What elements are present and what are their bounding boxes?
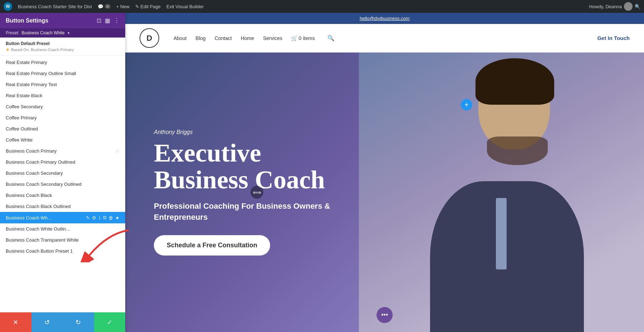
preset-item-name: Business Coach White Outlin... xyxy=(6,226,119,232)
hero-person-image xyxy=(359,53,644,332)
preset-item-name: Real Estate Black xyxy=(6,93,119,98)
preset-item-actions: ✎⚙⤵⧉🗑★ xyxy=(86,215,119,220)
preset-item-business-coach-black-outlined[interactable]: Business Coach Black Outlined xyxy=(0,201,125,212)
nav-home[interactable]: Home xyxy=(241,35,254,41)
settings-icon[interactable]: ⚙ xyxy=(92,215,96,220)
preset-item-name: Real Estate Primary Outline Small xyxy=(6,71,119,76)
left-panel: Button Settings ⊡ ▦ ⋮ Preset: Business C… xyxy=(0,13,125,332)
hero-title: Executive Business Coach xyxy=(154,140,351,194)
panel-header-icons: ⊡ ▦ ⋮ xyxy=(97,17,119,24)
presets-list[interactable]: Real Estate PrimaryReal Estate Primary O… xyxy=(0,55,125,312)
panel-title: Button Settings xyxy=(6,18,48,24)
default-preset-label: Button Default Preset xyxy=(6,41,119,46)
admin-bar: W Business Coach Starter Site for Divi 💬… xyxy=(0,0,644,13)
preset-item-business-coach-black[interactable]: Business Coach Black xyxy=(0,190,125,201)
hero-section: Anthony Briggs Executive Business Coach … xyxy=(125,53,644,332)
copy-icon[interactable]: ⧉ xyxy=(103,215,106,220)
site-logo: D xyxy=(140,28,159,48)
preset-item-business-coach-secondary[interactable]: Business Coach Secondary xyxy=(0,168,125,179)
get-in-touch-button[interactable]: Get In Touch xyxy=(597,35,630,41)
main-area: Button Settings ⊡ ▦ ⋮ Preset: Business C… xyxy=(0,13,644,332)
preset-item-business-coach-transparent-white[interactable]: Business Coach Transparent White xyxy=(0,234,125,246)
site-topbar: hello@divibusiness.com xyxy=(125,13,644,24)
exit-visual-builder-button[interactable]: Exit Visual Builder xyxy=(166,4,204,9)
preset-item-name: Business Coach Secondary xyxy=(6,170,119,176)
preset-item-name: Business Coach Black xyxy=(6,193,119,198)
preset-item-name: Business Coach Secondary Outlined xyxy=(6,182,119,187)
nav-about[interactable]: About xyxy=(174,35,187,41)
edit-icon[interactable]: ✎ xyxy=(86,215,90,220)
star-icon: ★ xyxy=(6,47,10,52)
preset-item-name: Business Coach Primary Outlined xyxy=(6,159,119,165)
howdy-label: Howdy, Deanna 🔍 xyxy=(589,2,640,11)
layout-icon[interactable]: ▦ xyxy=(105,17,110,24)
preset-item-business-coach-white-outlined[interactable]: Business Coach White Outlin... xyxy=(0,223,125,234)
hero-author: Anthony Briggs xyxy=(154,129,351,135)
site-search-icon[interactable]: 🔍 xyxy=(327,35,335,41)
preset-label: Preset: xyxy=(6,30,19,35)
preset-item-name: Coffee Primary xyxy=(6,115,119,120)
edit-page-button[interactable]: ✎ Edit Page xyxy=(135,4,161,9)
preset-item-name: Business Coach Primary xyxy=(6,148,115,154)
site-name[interactable]: Business Coach Starter Site for Divi xyxy=(18,4,92,9)
preset-item-business-coach-button-preset-1[interactable]: Business Coach Button Preset 1 xyxy=(0,246,125,257)
preset-item-name: Real Estate Primary xyxy=(6,60,119,65)
preset-item-real-estate-primary-outline-small[interactable]: Real Estate Primary Outline Small xyxy=(0,68,125,79)
delete-icon[interactable]: 🗑 xyxy=(108,215,113,220)
preset-item-real-estate-primary[interactable]: Real Estate Primary xyxy=(0,57,125,68)
comment-count[interactable]: 💬 0 xyxy=(98,4,111,9)
wp-logo-icon[interactable]: W xyxy=(4,2,12,11)
cancel-button[interactable]: ✕ xyxy=(0,312,31,332)
cart-link[interactable]: 🛒 0 items xyxy=(291,35,315,41)
preset-star-icon[interactable]: ☆ xyxy=(115,148,119,154)
preset-bar: Preset: Business Coach White ▼ xyxy=(0,28,125,38)
based-on-label: ★ Based On: Business Coach Primary xyxy=(6,47,119,52)
hero-subtitle: Professional Coaching For Business Owner… xyxy=(154,201,351,223)
preset-item-name: Real Estate Primary Text xyxy=(6,82,119,87)
preset-item-business-coach-white[interactable]: Business Coach Wh...✎⚙⤵⧉🗑★ xyxy=(0,212,125,223)
window-icon[interactable]: ⊡ xyxy=(97,17,101,24)
site-email-link[interactable]: hello@divibusiness.com xyxy=(360,16,410,21)
preset-item-name: Coffee Outlined xyxy=(6,126,119,132)
preset-item-name: Business Coach Button Preset 1 xyxy=(6,248,119,254)
nav-services[interactable]: Services xyxy=(263,35,282,41)
preset-item-coffee-secondary[interactable]: Coffee Secondary xyxy=(0,101,125,112)
preset-item-name: Business Coach Transparent White xyxy=(6,237,119,243)
preset-item-business-coach-primary[interactable]: Business Coach Primary☆ xyxy=(0,145,125,157)
avatar[interactable] xyxy=(624,2,633,11)
preset-item-business-coach-secondary-outlined[interactable]: Business Coach Secondary Outlined xyxy=(0,179,125,190)
preset-item-name: Business Coach Black Outlined xyxy=(6,204,119,209)
preset-item-business-coach-primary-outlined[interactable]: Business Coach Primary Outlined xyxy=(0,157,125,168)
site-nav-links: About Blog Contact Home Services 🛒 0 ite… xyxy=(174,35,586,41)
preset-item-coffee-primary[interactable]: Coffee Primary xyxy=(0,112,125,123)
move-section-button[interactable]: ⟺ xyxy=(250,186,263,199)
hero-cta-button[interactable]: Schedule a Free Consultation xyxy=(154,235,270,256)
panel-footer: ✕ ↺ ↻ ✓ xyxy=(0,312,125,332)
preset-item-real-estate-black[interactable]: Real Estate Black xyxy=(0,90,125,101)
panel-header: Button Settings ⊡ ▦ ⋮ xyxy=(0,13,125,28)
nav-blog[interactable]: Blog xyxy=(196,35,206,41)
preset-name[interactable]: Business Coach White xyxy=(21,30,65,35)
undo-button[interactable]: ↺ xyxy=(31,312,63,332)
preset-item-real-estate-primary-text[interactable]: Real Estate Primary Text xyxy=(0,79,125,90)
save-button[interactable]: ✓ xyxy=(94,312,126,332)
nav-contact[interactable]: Contact xyxy=(215,35,232,41)
add-element-button[interactable]: + xyxy=(461,99,472,110)
preset-item-name: Coffee White xyxy=(6,137,119,143)
preset-item-name: Coffee Secondary xyxy=(6,104,119,109)
site-navigation: D About Blog Contact Home Services 🛒 0 i… xyxy=(125,24,644,53)
search-icon[interactable]: 🔍 xyxy=(635,4,640,9)
more-icon[interactable]: ⋮ xyxy=(114,17,119,24)
right-panel: hello@divibusiness.com D About Blog Cont… xyxy=(125,13,644,332)
preset-item-name: Business Coach Wh... xyxy=(6,215,86,220)
hero-image-area xyxy=(359,53,644,332)
new-button[interactable]: + New xyxy=(116,4,130,9)
section-options-button[interactable]: ••• xyxy=(377,307,393,323)
preset-item-coffee-white[interactable]: Coffee White xyxy=(0,134,125,145)
preset-caret-icon[interactable]: ▼ xyxy=(67,31,70,35)
default-preset-section: Button Default Preset ★ Based On: Busine… xyxy=(0,38,125,55)
redo-button[interactable]: ↻ xyxy=(63,312,94,332)
star-icon[interactable]: ★ xyxy=(115,215,119,220)
preset-item-coffee-outlined[interactable]: Coffee Outlined xyxy=(0,123,125,134)
duplicate-icon[interactable]: ⤵ xyxy=(98,215,101,220)
